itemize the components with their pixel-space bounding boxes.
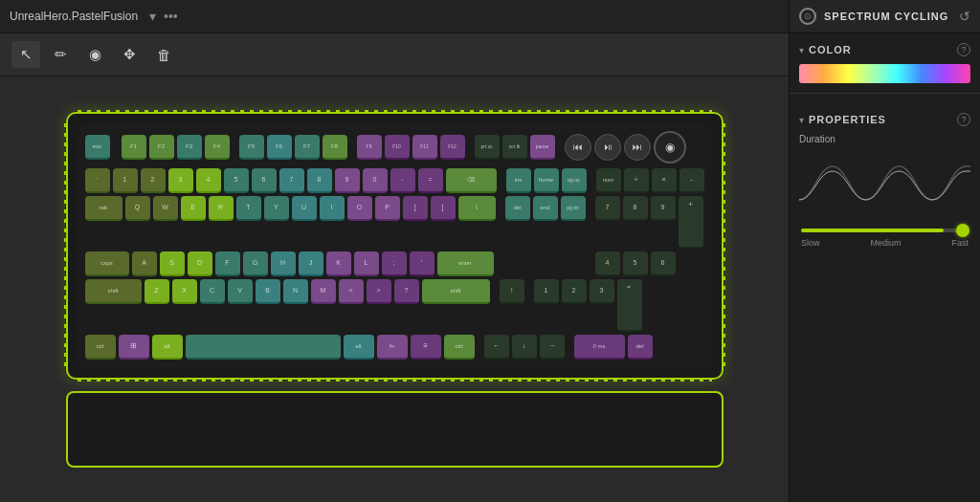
media-next[interactable]: ⏭ <box>624 134 651 161</box>
color-arrow[interactable]: ▾ <box>799 45 804 55</box>
key-caps[interactable]: caps <box>85 251 129 276</box>
key-equals[interactable]: = <box>418 168 443 193</box>
color-help[interactable]: ? <box>957 43 970 56</box>
key-o[interactable]: O <box>347 196 372 221</box>
key-f6[interactable]: F6 <box>267 135 292 160</box>
key-b[interactable]: B <box>256 279 280 304</box>
slider-thumb[interactable] <box>956 224 969 237</box>
key-a[interactable]: A <box>132 251 157 276</box>
key-num4[interactable]: 4 <box>595 251 620 276</box>
brush-tool[interactable]: ✏ <box>46 41 75 68</box>
key-f3[interactable]: F3 <box>177 135 202 160</box>
key-7[interactable]: 7 <box>279 168 304 193</box>
key-backtick[interactable]: ` <box>85 168 110 193</box>
key-numlock[interactable]: num <box>596 168 621 193</box>
key-l[interactable]: L <box>354 251 379 276</box>
key-slash[interactable]: ? <box>394 279 419 304</box>
key-u[interactable]: U <box>292 196 317 221</box>
key-num2[interactable]: 2 <box>562 279 587 304</box>
key-home[interactable]: home <box>534 168 559 193</box>
key-9[interactable]: 9 <box>335 168 360 193</box>
key-lshift[interactable]: shift <box>85 279 142 304</box>
key-y[interactable]: Y <box>264 196 289 221</box>
key-comma[interactable]: < <box>339 279 364 304</box>
key-rctrl[interactable]: ctrl <box>444 335 475 360</box>
key-period[interactable]: > <box>367 279 391 304</box>
key-2[interactable]: 2 <box>141 168 166 193</box>
more-icon[interactable]: ••• <box>164 9 178 24</box>
key-rightarrow[interactable]: → <box>540 335 565 360</box>
key-quote[interactable]: ' <box>410 251 434 276</box>
key-menu[interactable]: ≡ <box>411 335 441 360</box>
key-z[interactable]: Z <box>145 279 169 304</box>
key-space[interactable] <box>186 335 341 360</box>
key-semicolon[interactable]: ; <box>382 251 407 276</box>
key-f4[interactable]: F4 <box>205 135 230 160</box>
key-ins[interactable]: ins <box>506 168 531 193</box>
key-num8[interactable]: 8 <box>623 196 648 221</box>
key-w[interactable]: W <box>153 196 178 221</box>
key-s[interactable]: S <box>160 251 185 276</box>
key-enter[interactable]: enter <box>437 251 494 276</box>
key-numminus[interactable]: - <box>679 168 704 193</box>
key-downarrow[interactable]: ↓ <box>512 335 537 360</box>
key-lbracket[interactable]: [ <box>403 196 428 221</box>
key-6[interactable]: 6 <box>252 168 277 193</box>
key-r[interactable]: R <box>209 196 234 221</box>
key-f2[interactable]: F2 <box>149 135 174 160</box>
key-num0ms[interactable]: 0 ms <box>574 335 625 360</box>
delete-tool[interactable]: 🗑 <box>149 41 178 68</box>
key-nummul[interactable]: × <box>652 168 677 193</box>
key-pgdn[interactable]: pg dn <box>561 196 586 221</box>
key-backslash[interactable]: \ <box>458 196 496 221</box>
key-f10[interactable]: F10 <box>385 135 410 160</box>
media-prev[interactable]: ⏮ <box>565 134 591 161</box>
key-uparrow[interactable]: ↑ <box>500 279 524 304</box>
key-numdel[interactable]: del <box>628 335 653 360</box>
key-esc[interactable]: esc <box>85 135 110 160</box>
key-e[interactable]: E <box>181 196 206 221</box>
key-5[interactable]: 5 <box>224 168 249 193</box>
key-rshift[interactable]: shift <box>422 279 490 304</box>
key-num5[interactable]: 5 <box>623 251 648 276</box>
key-lalt[interactable]: alt <box>152 335 183 360</box>
key-numplus[interactable]: + <box>679 196 703 249</box>
key-i[interactable]: I <box>320 196 345 221</box>
key-rbracket[interactable]: ] <box>431 196 456 221</box>
key-num7[interactable]: 7 <box>595 196 620 221</box>
media-play[interactable]: ⏯ <box>594 134 621 161</box>
key-pgup[interactable]: pg up <box>562 168 587 193</box>
dropdown-icon[interactable]: ▾ <box>149 9 156 24</box>
key-num9[interactable]: 9 <box>651 196 676 221</box>
key-num1[interactable]: 1 <box>534 279 559 304</box>
key-f1[interactable]: F1 <box>122 135 146 160</box>
key-win[interactable]: ⊞ <box>119 335 149 360</box>
key-f[interactable]: F <box>215 251 240 276</box>
key-end[interactable]: end <box>533 196 558 221</box>
key-leftarrow[interactable]: ← <box>484 335 509 360</box>
select-tool[interactable]: ↖ <box>11 41 40 68</box>
key-k[interactable]: K <box>326 251 351 276</box>
key-ralt[interactable]: alt <box>344 335 374 360</box>
key-q[interactable]: Q <box>125 196 150 221</box>
key-4[interactable]: 4 <box>196 168 221 193</box>
key-fn[interactable]: fn <box>377 335 408 360</box>
move-tool[interactable]: ✥ <box>115 41 144 68</box>
key-m[interactable]: M <box>311 279 336 304</box>
key-del[interactable]: del <box>505 196 530 221</box>
key-v[interactable]: V <box>228 279 253 304</box>
key-h[interactable]: H <box>271 251 296 276</box>
key-f12[interactable]: F12 <box>440 135 465 160</box>
key-backspace[interactable]: ⌫ <box>446 168 497 193</box>
key-c[interactable]: C <box>200 279 225 304</box>
key-x[interactable]: X <box>172 279 197 304</box>
key-1[interactable]: 1 <box>113 168 138 193</box>
reset-button[interactable]: ↺ <box>959 9 970 24</box>
key-t[interactable]: T <box>236 196 261 221</box>
key-j[interactable]: J <box>299 251 323 276</box>
key-f11[interactable]: F11 <box>412 135 437 160</box>
key-numenter[interactable]: ↵ <box>617 279 642 332</box>
key-minus[interactable]: - <box>390 168 415 193</box>
key-3[interactable]: 3 <box>168 168 193 193</box>
key-pause[interactable]: pause <box>530 135 555 160</box>
